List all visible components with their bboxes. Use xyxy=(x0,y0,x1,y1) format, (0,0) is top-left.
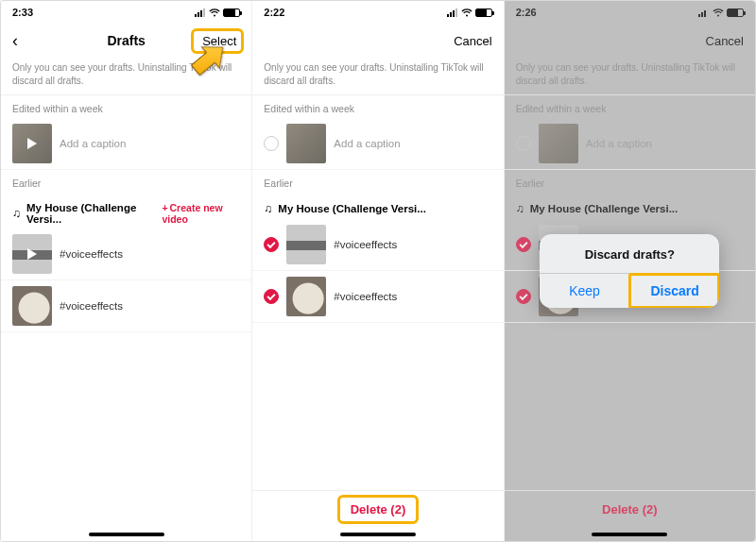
section-earlier: Earlier xyxy=(252,170,503,193)
screen-select-mode: 2:22 Cancel Only you can see your drafts… xyxy=(251,1,503,541)
draft-row[interactable]: #voiceeffects xyxy=(252,219,503,271)
status-indicators xyxy=(195,8,240,17)
home-indicator xyxy=(252,528,503,541)
draft-thumbnail xyxy=(12,286,52,326)
screen-discard-dialog: 2:26 Cancel Only you can see your drafts… xyxy=(504,1,755,541)
dialog-title: Discard drafts? xyxy=(540,234,719,273)
section-edited-week: Edited within a week xyxy=(252,94,503,118)
back-button[interactable]: ‹ xyxy=(12,32,58,49)
draft-caption: #voiceeffects xyxy=(334,291,397,302)
battery-icon xyxy=(475,8,492,17)
status-indicators xyxy=(447,8,492,17)
nav-bar: Cancel xyxy=(252,24,503,58)
draft-caption-placeholder: Add a caption xyxy=(60,138,126,149)
play-icon xyxy=(27,248,37,260)
status-time: 2:22 xyxy=(264,7,284,18)
three-panel-tutorial: 2:33 ‹ Drafts Select Only you can see yo… xyxy=(0,0,756,542)
drafts-content: Only you can see your drafts. Uninstalli… xyxy=(1,58,251,528)
create-new-video-link[interactable]: +Create new video xyxy=(162,202,240,225)
draft-caption-placeholder: Add a caption xyxy=(334,138,400,149)
footer-bar: Delete (2) xyxy=(252,490,503,528)
draft-caption: #voiceeffects xyxy=(60,248,123,260)
cell-signal-icon xyxy=(195,8,206,17)
draft-thumbnail xyxy=(12,234,52,274)
select-checkbox[interactable] xyxy=(264,289,279,304)
draft-thumbnail xyxy=(12,124,52,163)
music-group-header: ♫ My House (Challenge Versi... xyxy=(252,193,503,219)
screen-drafts-list: 2:33 ‹ Drafts Select Only you can see yo… xyxy=(1,1,251,541)
modal-overlay: Discard drafts? Keep Discard xyxy=(505,1,755,541)
keep-button[interactable]: Keep xyxy=(540,274,629,308)
draft-row[interactable]: #voiceeffects xyxy=(1,229,251,280)
draft-thumbnail xyxy=(286,124,326,163)
cell-signal-icon xyxy=(447,8,458,17)
cancel-button[interactable]: Cancel xyxy=(447,34,492,48)
draft-row[interactable]: Add a caption xyxy=(1,118,251,170)
draft-thumbnail xyxy=(286,225,326,264)
status-time: 2:33 xyxy=(12,7,33,18)
draft-row[interactable]: #voiceeffects xyxy=(1,280,251,332)
select-checkbox[interactable] xyxy=(264,237,279,252)
drafts-content: Only you can see your drafts. Uninstalli… xyxy=(252,58,503,490)
page-title: Drafts xyxy=(58,33,195,48)
discard-button[interactable]: Discard xyxy=(629,274,720,308)
music-note-icon: ♫ xyxy=(264,202,272,215)
draft-caption: #voiceeffects xyxy=(60,300,123,312)
draft-thumbnail xyxy=(286,277,326,316)
music-group-header: ♫ My House (Challenge Versi... +Create n… xyxy=(1,193,251,229)
draft-row[interactable]: Add a caption xyxy=(252,118,503,170)
status-bar: 2:33 xyxy=(1,1,251,24)
music-title: My House (Challenge Versi... xyxy=(26,202,156,225)
delete-button[interactable]: Delete (2) xyxy=(341,499,416,520)
wifi-icon xyxy=(461,8,472,17)
battery-icon xyxy=(223,8,240,17)
section-edited-week: Edited within a week xyxy=(1,94,251,118)
home-indicator xyxy=(1,528,251,541)
nav-bar: ‹ Drafts Select xyxy=(1,24,251,58)
select-checkbox[interactable] xyxy=(264,136,279,151)
wifi-icon xyxy=(209,8,220,17)
status-bar: 2:22 xyxy=(252,1,503,24)
draft-row[interactable]: #voiceeffects xyxy=(252,271,503,323)
dialog-actions: Keep Discard xyxy=(540,273,719,308)
discard-dialog: Discard drafts? Keep Discard xyxy=(540,234,719,308)
music-title: My House (Challenge Versi... xyxy=(278,203,426,214)
section-earlier: Earlier xyxy=(1,170,251,193)
music-note-icon: ♫ xyxy=(12,207,21,220)
info-hint: Only you can see your drafts. Uninstalli… xyxy=(1,58,251,94)
draft-caption: #voiceeffects xyxy=(334,239,397,250)
select-button[interactable]: Select xyxy=(195,32,240,50)
info-hint: Only you can see your drafts. Uninstalli… xyxy=(252,58,503,94)
play-icon xyxy=(27,138,37,149)
